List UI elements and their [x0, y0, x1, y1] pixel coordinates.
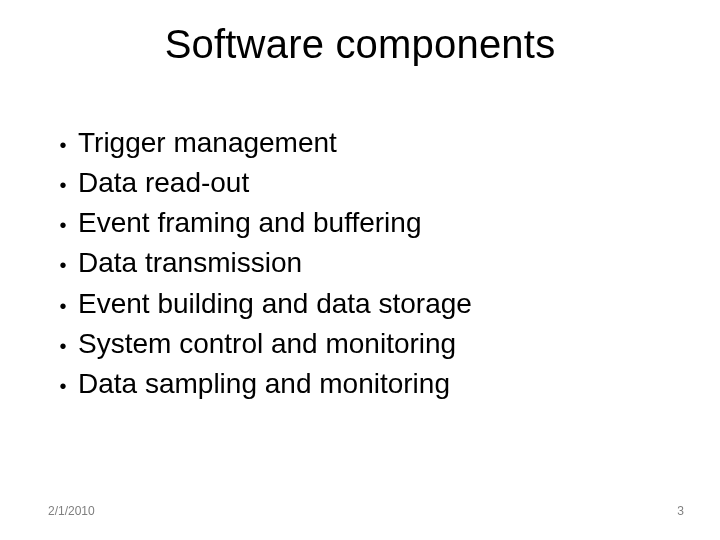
- bullet-icon: •: [48, 296, 78, 316]
- slide: Software components • Trigger management…: [0, 0, 720, 540]
- bullet-icon: •: [48, 255, 78, 275]
- list-item: • System control and monitoring: [48, 327, 672, 361]
- bullet-text: Data read-out: [78, 166, 249, 200]
- footer-date: 2/1/2010: [48, 504, 95, 518]
- bullet-text: Event building and data storage: [78, 287, 472, 321]
- bullet-text: Trigger management: [78, 126, 337, 160]
- list-item: • Trigger management: [48, 126, 672, 160]
- bullet-icon: •: [48, 215, 78, 235]
- footer-page-number: 3: [677, 504, 684, 518]
- bullet-text: System control and monitoring: [78, 327, 456, 361]
- bullet-icon: •: [48, 336, 78, 356]
- list-item: • Data read-out: [48, 166, 672, 200]
- bullet-icon: •: [48, 135, 78, 155]
- bullet-text: Data transmission: [78, 246, 302, 280]
- bullet-text: Event framing and buffering: [78, 206, 421, 240]
- list-item: • Data transmission: [48, 246, 672, 280]
- list-item: • Data sampling and monitoring: [48, 367, 672, 401]
- slide-body: • Trigger management • Data read-out • E…: [48, 126, 672, 407]
- list-item: • Event framing and buffering: [48, 206, 672, 240]
- list-item: • Event building and data storage: [48, 287, 672, 321]
- bullet-icon: •: [48, 175, 78, 195]
- slide-title: Software components: [0, 22, 720, 67]
- bullet-icon: •: [48, 376, 78, 396]
- bullet-text: Data sampling and monitoring: [78, 367, 450, 401]
